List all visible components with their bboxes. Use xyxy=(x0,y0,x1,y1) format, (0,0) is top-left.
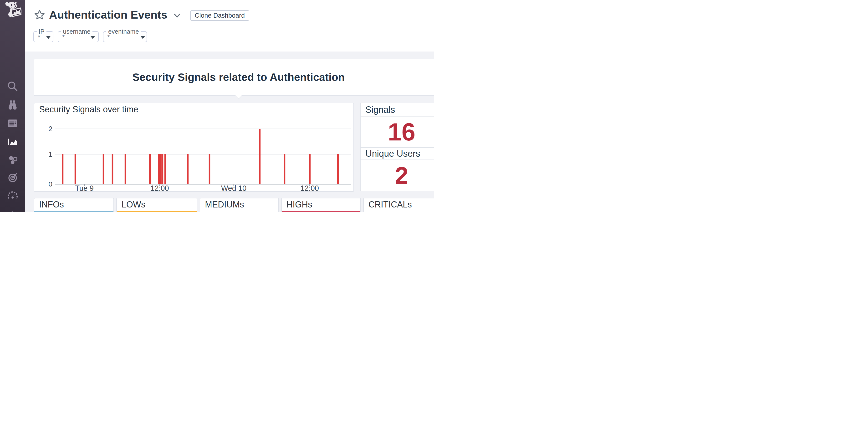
svg-text:Tue 9: Tue 9 xyxy=(75,184,94,192)
svg-text:0: 0 xyxy=(49,180,53,188)
svg-text:12:00: 12:00 xyxy=(300,184,319,192)
svg-text:Wed 10: Wed 10 xyxy=(221,184,246,192)
svg-text:12:00: 12:00 xyxy=(150,184,169,192)
svg-text:1: 1 xyxy=(49,150,53,158)
svg-text:2: 2 xyxy=(49,125,53,132)
